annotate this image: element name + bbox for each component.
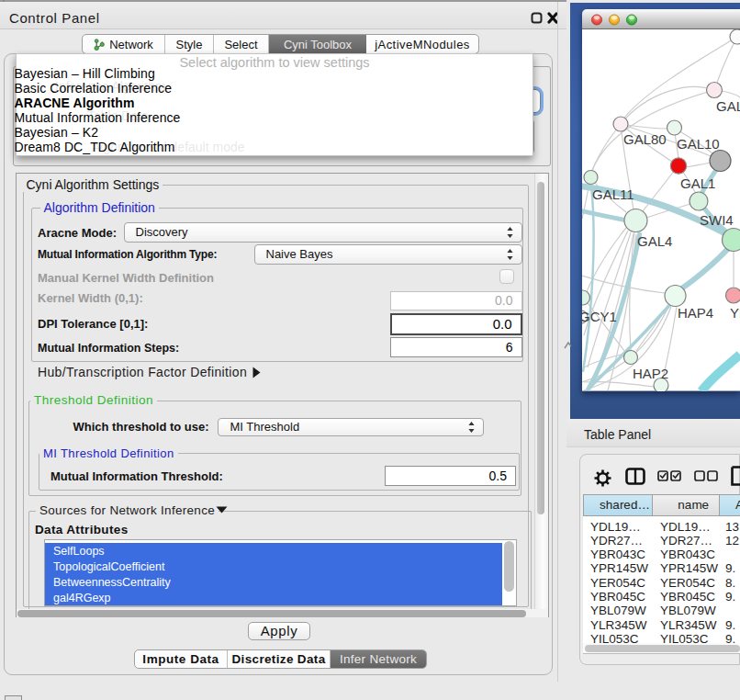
- svg-text:GAL1: GAL1: [680, 175, 715, 191]
- svg-text:HAP4: HAP4: [678, 305, 713, 321]
- svg-text:YEL: YEL: [730, 305, 740, 321]
- svg-text:HAP2: HAP2: [633, 366, 668, 381]
- svg-text:GAL11: GAL11: [592, 186, 634, 202]
- svg-text:SWI4: SWI4: [700, 212, 734, 228]
- svg-text:GCY1: GCY1: [582, 309, 617, 324]
- svg-text:GAL2: GAL2: [716, 98, 740, 114]
- svg-text:GAL10: GAL10: [677, 136, 720, 152]
- svg-text:GAL4: GAL4: [637, 233, 672, 249]
- svg-text:GAL80: GAL80: [623, 131, 667, 147]
